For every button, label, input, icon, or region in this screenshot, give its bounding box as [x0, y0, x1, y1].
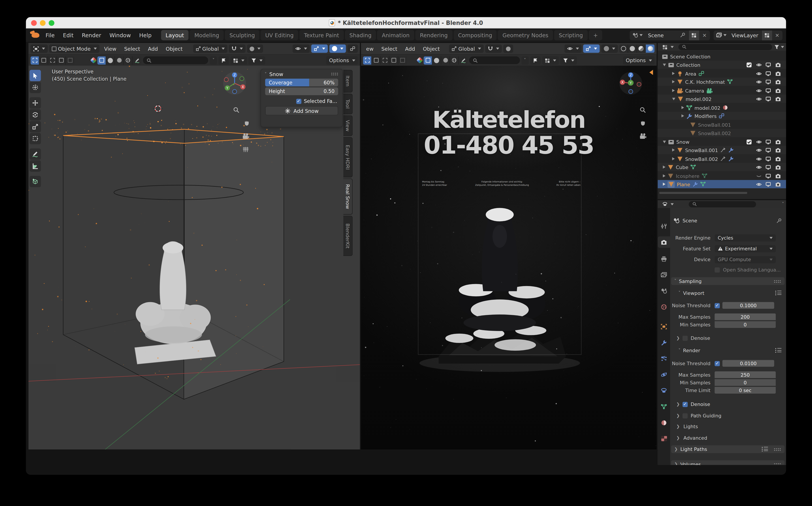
options-dropdown[interactable]: Options [327, 56, 358, 65]
tab-geometry-nodes[interactable]: Geometry Nodes [498, 30, 553, 40]
render-disable-icon[interactable] [775, 79, 781, 85]
time-limit-field[interactable]: 0 sec [715, 387, 776, 394]
view-object-types-dropdown[interactable] [230, 56, 247, 65]
add-workspace-button[interactable]: + [589, 30, 603, 40]
render-disable-icon[interactable] [775, 147, 781, 153]
annotate-tool[interactable] [29, 149, 41, 160]
hide-eye-icon[interactable] [756, 96, 762, 102]
transform-orientation-dropdown[interactable]: Global [193, 45, 227, 53]
render-disable-icon[interactable] [775, 164, 781, 170]
editor-type-button[interactable] [660, 43, 676, 51]
select-subtract-button[interactable] [48, 56, 57, 65]
tool-bracket-button[interactable] [97, 56, 106, 65]
shading-tool-group[interactable] [97, 56, 141, 65]
viewport-disable-icon[interactable] [765, 79, 771, 85]
viewlayer-name[interactable]: ViewLayer [729, 30, 761, 40]
tab-particle-properties[interactable] [658, 353, 670, 364]
select-new-button[interactable] [363, 56, 372, 65]
scene-browse-icon[interactable] [630, 30, 645, 40]
render-max-samples-field[interactable]: 250 [715, 371, 776, 378]
tab-modifier-properties[interactable] [658, 337, 670, 348]
viewport-noise-threshold-checkbox[interactable]: ✓ [715, 303, 720, 308]
hide-eye-icon[interactable] [756, 164, 762, 170]
collection-checkbox[interactable] [746, 139, 752, 145]
gizmos-dropdown[interactable] [583, 45, 600, 53]
shading-solid-button[interactable] [628, 45, 637, 53]
scene-selector[interactable]: Scene ✕ [630, 30, 709, 40]
blender-logo-icon[interactable] [31, 32, 39, 38]
viewport-disable-icon[interactable] [765, 147, 771, 153]
hide-eye-icon[interactable] [756, 181, 762, 187]
render-disable-icon[interactable] [775, 88, 781, 93]
render-noise-threshold-field[interactable]: 0.0100 [723, 360, 774, 367]
overlays-dropdown[interactable] [601, 45, 618, 53]
select-invert-button[interactable] [57, 56, 66, 65]
preset-icon[interactable] [775, 348, 781, 353]
outliner-row-modifiers[interactable]: Modifiers [658, 112, 786, 120]
viewport-solid[interactable]: Object Mode View Select Add Object Globa… [28, 43, 360, 449]
select-invert-button[interactable] [390, 56, 398, 65]
proportional-editing-toggle[interactable] [503, 45, 513, 53]
feature-set-dropdown[interactable]: Experimental [715, 245, 776, 252]
navigation-gizmo[interactable]: Z X Y [619, 71, 643, 95]
render-disable-icon[interactable] [775, 181, 781, 187]
menu-select[interactable]: Select [121, 45, 143, 52]
tab-viewlayer-properties[interactable] [658, 269, 670, 280]
tool-droplet-button[interactable] [441, 56, 450, 65]
new-scene-button[interactable] [688, 30, 699, 40]
tab-world-properties[interactable] [658, 301, 670, 313]
tab-texture-properties[interactable] [658, 433, 670, 444]
add-snow-button[interactable]: Add Snow [265, 106, 338, 115]
menu-render[interactable]: Render [78, 30, 105, 40]
snap-toggle[interactable] [229, 45, 246, 53]
tool-globe-button[interactable] [124, 56, 133, 65]
sidebar-tab-real-snow[interactable]: Real Snow [343, 178, 353, 215]
hide-eye-icon[interactable] [756, 88, 762, 93]
tool-brush-button[interactable] [133, 56, 141, 65]
render-subpanel-header[interactable]: ˅Render [675, 346, 785, 354]
falloff-icon[interactable] [416, 57, 423, 64]
pan-hand-icon[interactable] [638, 118, 647, 128]
outliner-row-cube[interactable]: Cube [658, 163, 786, 171]
overlays-dropdown[interactable] [329, 45, 346, 53]
select-box-tool[interactable] [29, 70, 41, 81]
select-mode-group[interactable] [30, 56, 74, 65]
select-extend-button[interactable] [372, 56, 381, 65]
bookmark-icon[interactable] [219, 56, 229, 65]
menu-view-clipped[interactable]: ew [363, 45, 377, 52]
options-dropdown[interactable]: Options [623, 56, 655, 65]
menu-view[interactable]: View [101, 45, 120, 52]
hide-eye-icon[interactable] [756, 147, 762, 153]
outliner-horizontal-scrollbar[interactable] [659, 192, 747, 194]
move-tool[interactable] [29, 97, 41, 109]
sidebar-tab-item[interactable]: Item [343, 70, 353, 93]
hide-eye-icon[interactable] [756, 139, 762, 145]
tool-droplet-button[interactable] [115, 56, 124, 65]
shading-mode-group[interactable] [619, 45, 655, 53]
outliner-row-ck-hochformat[interactable]: C.K. Hochformat [658, 78, 786, 86]
menu-select[interactable]: Select [378, 45, 401, 52]
cursor-tool[interactable] [29, 82, 41, 93]
object-visibility-dropdown[interactable] [564, 45, 582, 53]
rotate-tool[interactable] [29, 109, 41, 120]
pin-icon[interactable] [677, 30, 688, 40]
render-disable-icon[interactable] [775, 139, 781, 145]
tab-animation[interactable]: Animation [377, 30, 414, 40]
tool-globe-button[interactable] [450, 56, 459, 65]
tab-compositing[interactable]: Compositing [454, 30, 497, 40]
sampling-panel-header[interactable]: ˅Sampling [671, 277, 785, 285]
transform-tool[interactable] [29, 133, 41, 144]
select-intersect-button[interactable] [66, 56, 75, 65]
menu-window[interactable]: Window [105, 30, 135, 40]
menu-add[interactable]: Add [145, 45, 161, 52]
view-object-types-dropdown[interactable] [542, 56, 559, 65]
tab-tool-properties[interactable] [658, 221, 670, 232]
lights-row[interactable]: ❯ Lights [670, 422, 786, 430]
outliner-row-snowball001-dim[interactable]: SnowBall.001 [658, 120, 786, 129]
viewport-disable-icon[interactable] [765, 181, 771, 187]
zoom-icon[interactable] [231, 105, 241, 114]
outliner-search-input[interactable] [678, 44, 772, 50]
zoom-icon[interactable] [638, 105, 647, 114]
viewlayer-browse-icon[interactable] [714, 30, 729, 40]
render-noise-threshold-checkbox[interactable]: ✓ [715, 361, 720, 366]
